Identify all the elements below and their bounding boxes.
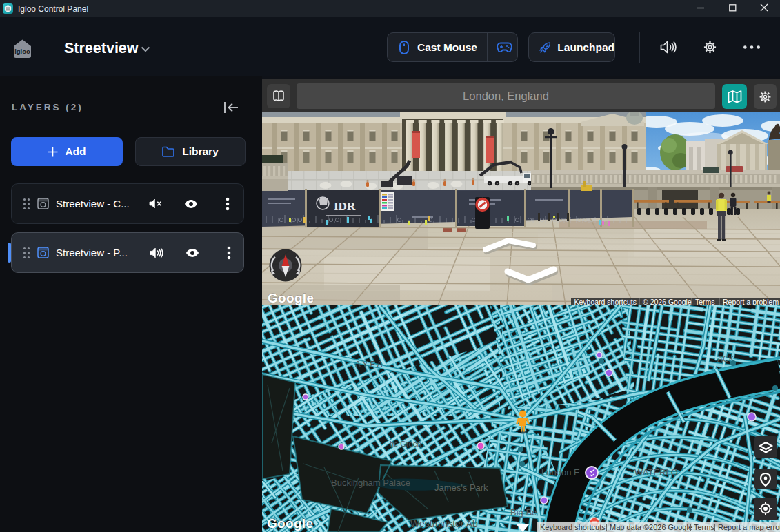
svg-text:Google: Google bbox=[267, 516, 313, 531]
svg-text:IDR: IDR bbox=[334, 200, 356, 213]
svg-text:Terms: Terms bbox=[694, 523, 714, 531]
svg-text:Buckingham Palace: Buckingham Palace bbox=[331, 478, 410, 488]
svg-text:igloo: igloo bbox=[14, 48, 30, 55]
svg-text:Google: Google bbox=[268, 291, 314, 305]
svg-text:Report a map error: Report a map error bbox=[718, 523, 780, 531]
svg-text:© 2026 Google: © 2026 Google bbox=[643, 298, 692, 305]
svg-text:he Green: he Green bbox=[390, 440, 421, 448]
svg-text:A Y F A: A Y F A bbox=[355, 360, 383, 369]
svg-text:Big Be: Big Be bbox=[510, 507, 537, 518]
svg-text:Map data ©2026 Google: Map data ©2026 Google bbox=[610, 523, 692, 531]
svg-text:WATERLO: WATERLO bbox=[634, 467, 678, 478]
svg-text:Keyboard shortcuts: Keyboard shortcuts bbox=[540, 523, 606, 531]
svg-text:Report a problem: Report a problem bbox=[723, 298, 779, 305]
svg-text:London E: London E bbox=[541, 467, 580, 478]
svg-text:James's Park: James's Park bbox=[434, 482, 488, 493]
svg-text:Westminster Ab: Westminster Ab bbox=[410, 518, 478, 529]
svg-text:Terms: Terms bbox=[695, 298, 715, 305]
svg-text:Keyboard shortcuts: Keyboard shortcuts bbox=[574, 298, 637, 305]
